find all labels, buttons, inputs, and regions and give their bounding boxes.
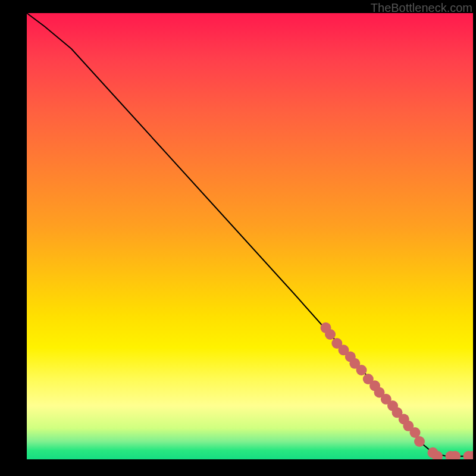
chart-overlay <box>27 13 473 459</box>
watermark-text: TheBottleneck.com <box>371 1 472 15</box>
data-markers-group <box>321 322 474 459</box>
performance-curve <box>27 13 473 456</box>
data-marker <box>414 436 425 447</box>
data-marker <box>356 365 367 375</box>
data-marker <box>325 329 336 340</box>
chart-container: TheBottleneck.com <box>0 0 476 476</box>
